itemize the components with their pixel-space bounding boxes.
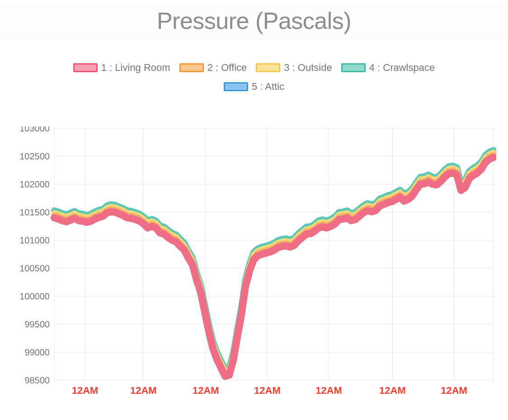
y-tick-label: 102000: [19, 179, 50, 189]
legend-label: 1 : Living Room: [101, 62, 170, 74]
legend: 1 : Living Room2 : Office3 : Outside4 : …: [0, 62, 508, 93]
legend-item[interactable]: 4 : Crawlspace: [341, 62, 435, 74]
x-tick-label: 12AM: [315, 385, 342, 396]
x-tick-label: 12AM: [254, 385, 281, 396]
y-tick-label: 99500: [24, 319, 50, 329]
x-tick-label: 12AM: [72, 385, 99, 396]
y-tick-label: 101500: [19, 207, 50, 217]
legend-item[interactable]: 3 : Outside: [256, 62, 332, 74]
legend-item[interactable]: 5 : Attic: [224, 81, 284, 93]
x-tick-label: 12AM: [441, 385, 467, 396]
y-tick-label: 100000: [19, 291, 50, 301]
x-tick-label: 12AM: [379, 385, 406, 396]
legend-swatch: [179, 63, 204, 72]
legend-label: 2 : Office: [207, 62, 247, 74]
legend-label: 5 : Attic: [252, 81, 284, 93]
legend-swatch: [256, 63, 280, 72]
y-tick-label: 103000: [19, 126, 50, 133]
series-line: [54, 154, 494, 373]
pressure-chart: 9850099000995001000001005001010001015001…: [16, 126, 496, 402]
legend-label: 3 : Outside: [284, 62, 332, 74]
y-tick-label: 102500: [19, 151, 50, 161]
legend-item[interactable]: 1 : Living Room: [73, 62, 170, 74]
x-tick-label: 12AM: [193, 385, 219, 396]
legend-item[interactable]: 2 : Office: [179, 62, 247, 74]
x-tick-label: 12AM: [130, 385, 157, 396]
legend-swatch: [341, 63, 366, 72]
series-line: [54, 158, 494, 377]
y-tick-label: 98500: [24, 375, 50, 385]
y-tick-label: 99000: [24, 347, 50, 357]
y-tick-label: 101000: [19, 235, 50, 245]
legend-label: 4 : Crawlspace: [369, 62, 435, 74]
legend-swatch: [224, 82, 248, 91]
legend-swatch: [73, 63, 98, 72]
y-tick-label: 100500: [19, 263, 50, 273]
chart-title: Pressure (Pascals): [0, 7, 508, 34]
